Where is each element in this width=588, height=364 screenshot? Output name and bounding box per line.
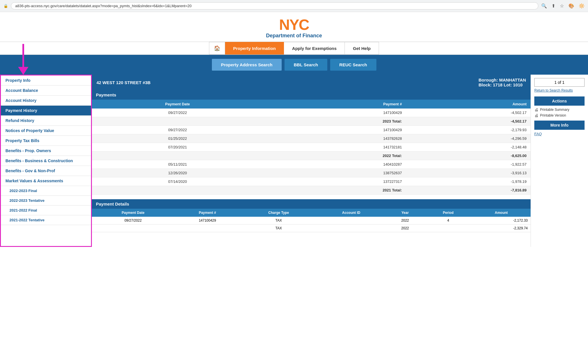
sidebar-item-account-balance[interactable]: Account Balance <box>1 86 91 96</box>
cell-number: 143782628 <box>263 134 406 143</box>
table-row: 07/14/2020137227317-1,978.19 <box>92 177 531 186</box>
sidebar-item-property-info[interactable]: Property Info <box>1 75 91 86</box>
cell-date: 01/25/2022 <box>92 134 263 143</box>
cell-detail <box>174 224 241 232</box>
faq-link[interactable]: FAQ <box>534 132 542 136</box>
sidebar-item-notices[interactable]: Notices of Property Value <box>1 126 91 136</box>
sidebar-item-payment-history[interactable]: Payment History <box>1 106 91 116</box>
cell-amount: -4,502.17 <box>406 117 531 126</box>
top-nav: 🏠 Property Information Apply for Exempti… <box>0 42 588 55</box>
col-amount: Amount <box>406 100 531 109</box>
cell-amount: -4,296.59 <box>406 134 531 143</box>
table-row: TAX2022-2,329.74 <box>92 224 531 232</box>
property-header: 42 WEST 120 STREET #3B Borough: MANHATTA… <box>92 75 531 90</box>
printable-version-link[interactable]: 🖨 Printable Version <box>534 113 585 118</box>
cell-number: 147100429 <box>263 109 406 117</box>
cell-amount: -1,978.19 <box>406 177 531 186</box>
cell-detail <box>317 217 386 224</box>
table-row: 09/27/2022147100429-2,179.93 <box>92 126 531 134</box>
table-row: 12/26/2020138752637-3,916.13 <box>92 169 531 177</box>
right-panel: 1 of 1 Return to Search Results Actions … <box>531 75 588 247</box>
cell-date: 05/11/2021 <box>92 160 263 169</box>
lock-icon: 🔒 <box>3 4 8 8</box>
cell-amount: -8,625.00 <box>406 152 531 160</box>
cell-detail: 147100429 <box>174 217 241 224</box>
cell-detail: 4 <box>424 217 472 224</box>
share-icon[interactable]: ⬆ <box>552 3 555 9</box>
cell-number: 2023 Total: <box>263 117 406 126</box>
cell-number: 138752637 <box>263 169 406 177</box>
col-det-charge-type: Charge Type <box>241 209 317 217</box>
col-det-period: Period <box>424 209 472 217</box>
actions-button[interactable]: Actions <box>534 96 585 106</box>
sidebar: Property Info Account Balance Account Hi… <box>0 75 92 247</box>
cell-date <box>92 186 263 195</box>
sidebar-item-refund-history[interactable]: Refund History <box>1 116 91 126</box>
payments-table: Payment Date Payment # Amount 09/27/2022… <box>92 100 531 195</box>
details-table-body: 09/27/2022147100429TAX20224-2,172.33TAX2… <box>92 217 531 232</box>
cell-detail: 2022 <box>386 217 425 224</box>
logo-text: NYC <box>279 16 309 33</box>
tab-property-information[interactable]: Property Information <box>225 42 284 55</box>
cell-date: 07/14/2020 <box>92 177 263 186</box>
tab-apply-exemptions[interactable]: Apply for Exemptions <box>284 42 345 55</box>
property-address-search-button[interactable]: Property Address Search <box>212 59 282 71</box>
browser-bar: 🔒 a836-pts-access.nyc.gov/care/datalets/… <box>0 0 588 12</box>
table-row: 2022 Total:-8,625.00 <box>92 152 531 160</box>
col-det-payment-date: Payment Date <box>92 209 174 217</box>
sidebar-item-market-values[interactable]: Market Values & Assessments <box>1 176 91 186</box>
cell-number: 2021 Total: <box>263 186 406 195</box>
table-row: 01/25/2022143782628-4,296.59 <box>92 134 531 143</box>
return-to-search-link[interactable]: Return to Search Results <box>534 88 585 92</box>
sidebar-item-benefits-business[interactable]: Benefits - Business & Construction <box>1 156 91 166</box>
printable-summary-label: Printable Summary <box>540 108 569 112</box>
col-payment-date: Payment Date <box>92 100 263 109</box>
col-det-amount: Amount <box>472 209 531 217</box>
cell-detail: TAX <box>241 217 317 224</box>
table-row: 2021 Total:-7,816.89 <box>92 186 531 195</box>
bookmark-icon[interactable]: ☆ <box>560 3 564 9</box>
url-bar[interactable]: a836-pts-access.nyc.gov/care/datalets/da… <box>11 2 538 9</box>
sidebar-item-benefits-prop[interactable]: Benefits - Prop. Owners <box>1 146 91 156</box>
printer-icon: 🖨 <box>534 107 538 112</box>
details-table: Payment Date Payment # Charge Type Accou… <box>92 209 531 232</box>
sidebar-item-2022-2023-final[interactable]: 2022-2023 Final <box>1 186 91 196</box>
browser-icons: 🔍 ⬆ ☆ 🎨 🔆 <box>541 3 585 9</box>
table-row: 07/20/2021141732181-2,148.48 <box>92 143 531 152</box>
sidebar-item-2022-2023-tentative[interactable]: 2022-2023 Tentative <box>1 196 91 206</box>
cell-date <box>92 152 263 160</box>
details-section-title: Payment Details <box>92 199 531 209</box>
cell-number: 140410287 <box>263 160 406 169</box>
col-det-year: Year <box>386 209 425 217</box>
cell-amount: -1,922.57 <box>406 160 531 169</box>
table-row: 05/11/2021140410287-1,922.57 <box>92 160 531 169</box>
cell-amount: -7,816.89 <box>406 186 531 195</box>
pagination-box: 1 of 1 <box>534 78 585 87</box>
tab-get-help[interactable]: Get Help <box>345 42 379 55</box>
reuc-search-button[interactable]: REUC Search <box>330 59 376 71</box>
sidebar-item-benefits-gov[interactable]: Benefits - Gov & Non-Prof <box>1 166 91 176</box>
printable-version-label: Printable Version <box>540 113 566 117</box>
sidebar-item-2021-2022-final[interactable]: 2021-2022 Final <box>1 206 91 215</box>
printable-summary-link[interactable]: 🖨 Printable Summary <box>534 107 585 112</box>
sidebar-item-account-history[interactable]: Account History <box>1 96 91 106</box>
cell-detail: -2,172.33 <box>472 217 531 224</box>
arrow-shaft <box>22 44 24 67</box>
cell-detail <box>317 224 386 232</box>
cell-amount: -3,916.13 <box>406 169 531 177</box>
home-button[interactable]: 🏠 <box>209 42 225 55</box>
property-borough-block: Borough: MANHATTAN Block: 1718 Lot: 1010 <box>479 78 526 87</box>
dept-name: Department of Finance <box>0 33 588 39</box>
sidebar-item-2021-2022-tentative[interactable]: 2021-2022 Tentative <box>1 215 91 225</box>
cell-date: 12/26/2020 <box>92 169 263 177</box>
sidebar-item-tax-bills[interactable]: Property Tax Bills <box>1 136 91 146</box>
payments-section-title: Payments <box>92 90 531 100</box>
color-icon[interactable]: 🎨 <box>568 3 574 9</box>
extension-icon[interactable]: 🔆 <box>579 3 585 9</box>
cell-number: 141732181 <box>263 143 406 152</box>
search-icon[interactable]: 🔍 <box>541 3 547 9</box>
content-area: 42 WEST 120 STREET #3B Borough: MANHATTA… <box>92 75 531 247</box>
more-info-button[interactable]: More Info <box>534 121 585 130</box>
bbl-search-button[interactable]: BBL Search <box>285 59 327 71</box>
cell-date: 07/20/2021 <box>92 143 263 152</box>
